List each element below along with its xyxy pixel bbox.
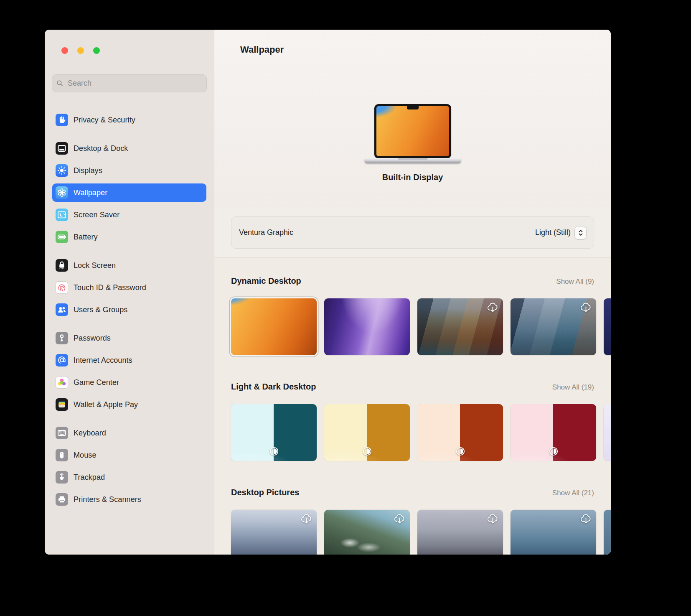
wallpaper-pane: Wallpaper Built-in Display Ventura Graph… <box>214 30 611 555</box>
sidebar-divider <box>45 106 214 106</box>
battery-icon <box>56 231 68 243</box>
wallpaper-thumb-big-sur-coast[interactable] <box>324 510 410 555</box>
light-dark-icon <box>363 447 372 456</box>
header-area: Wallpaper Built-in Display <box>214 30 611 207</box>
wallpaper-thumb-ventura-graphic[interactable] <box>231 298 317 355</box>
printer-icon <box>56 493 68 506</box>
sidebar-item-label: Internet Accounts <box>74 356 132 365</box>
section-desktop-pictures: Desktop PicturesShow All (21) <box>231 488 594 555</box>
chevron-up-down-icon <box>578 229 583 237</box>
sidebar-item-desktop-dock[interactable]: Desktop & Dock <box>52 139 206 158</box>
sidebar-item-internet-accounts[interactable]: Internet Accounts <box>52 351 206 369</box>
download-cloud-icon <box>300 513 313 526</box>
section-title: Light & Dark Desktop <box>231 382 316 392</box>
wallpaper-thumb-lavender-partial[interactable] <box>604 404 611 461</box>
mouse-icon <box>56 449 68 461</box>
section-light-dark-desktop: Light & Dark DesktopShow All (19) <box>231 382 594 461</box>
sidebar-groups: Privacy & SecurityDesktop & DockDisplays… <box>52 111 206 519</box>
sidebar-group: KeyboardMouseTrackpadPrinters & Scanners <box>52 424 206 509</box>
zoom-button[interactable] <box>93 47 100 54</box>
sidebar-item-label: Trackpad <box>74 473 105 482</box>
show-all-link[interactable]: Show All (9) <box>556 277 594 286</box>
sidebar-item-trackpad[interactable]: Trackpad <box>52 468 206 486</box>
light-dark-icon <box>456 447 465 456</box>
sidebar-item-label: Lock Screen <box>74 261 116 270</box>
wallpaper-thumb-catalina[interactable] <box>511 298 596 355</box>
key-icon <box>56 332 68 344</box>
sidebar-item-passwords[interactable]: Passwords <box>52 329 206 347</box>
sidebar-item-wallpaper[interactable]: Wallpaper <box>52 183 206 202</box>
sidebar-item-printers-scanners[interactable]: Printers & Scanners <box>52 490 206 509</box>
wallpaper-thumb-teal[interactable] <box>231 404 317 461</box>
sidebar-group: PasswordsInternet AccountsGame CenterWal… <box>52 329 206 414</box>
wallpaper-thumb-yellow[interactable] <box>324 404 410 461</box>
section-title: Dynamic Desktop <box>231 276 301 286</box>
section-title: Desktop Pictures <box>231 488 299 497</box>
search-input[interactable] <box>67 79 202 88</box>
sidebar-item-label: Desktop & Dock <box>74 144 128 153</box>
sidebar-item-users-groups[interactable]: Users & Groups <box>52 300 206 319</box>
sidebar-item-keyboard[interactable]: Keyboard <box>52 424 206 442</box>
show-all-link[interactable]: Show All (21) <box>552 489 594 497</box>
current-wallpaper-strip: Ventura Graphic Light (Still) <box>214 207 611 257</box>
sidebar-item-lock-screen[interactable]: Lock Screen <box>52 256 206 275</box>
wallpaper-thumb-pink[interactable] <box>511 404 596 461</box>
sidebar-item-label: Passwords <box>74 334 111 343</box>
download-cloud-icon <box>486 513 499 526</box>
sidebar-item-label: Displays <box>74 166 102 175</box>
page-title: Wallpaper <box>240 44 284 55</box>
macbook-base <box>364 158 461 163</box>
moon-stars-icon <box>56 209 68 221</box>
mode-stepper-button[interactable] <box>575 227 586 239</box>
sidebar-item-label: Privacy & Security <box>74 116 135 125</box>
sidebar-item-label: Screen Saver <box>74 211 119 219</box>
wallet-cards-icon <box>56 398 68 411</box>
sidebar-item-privacy-security[interactable]: Privacy & Security <box>52 111 206 129</box>
sidebar-item-touch-id-password[interactable]: Touch ID & Password <box>52 278 206 297</box>
hand-icon <box>56 114 68 126</box>
sidebar-item-mouse[interactable]: Mouse <box>52 446 206 464</box>
sidebar-group: Desktop & DockDisplaysWallpaperScreen Sa… <box>52 139 206 246</box>
padlock-icon <box>56 259 68 272</box>
wallpaper-thumb-big-sur[interactable] <box>417 298 503 355</box>
current-wallpaper-name: Ventura Graphic <box>239 228 293 237</box>
macbook-screen <box>374 104 451 158</box>
sidebar-group: Lock ScreenTouch ID & PasswordUsers & Gr… <box>52 256 206 319</box>
game-bubbles-icon <box>56 376 68 389</box>
sidebar-item-battery[interactable]: Battery <box>52 228 206 246</box>
window-controls <box>61 47 100 54</box>
sidebar-item-wallet-apple-pay[interactable]: Wallet & Apple Pay <box>52 395 206 414</box>
dock-icon <box>56 142 68 155</box>
macbook-notch <box>407 106 419 109</box>
wallpaper-thumb-monterey-graphic[interactable] <box>324 298 410 355</box>
at-icon <box>56 354 68 367</box>
thumbnail-row <box>231 404 611 461</box>
sidebar-item-label: Mouse <box>74 451 97 460</box>
close-button[interactable] <box>61 47 68 54</box>
trackpad-icon <box>56 471 68 484</box>
sidebar-item-game-center[interactable]: Game Center <box>52 373 206 392</box>
download-cloud-icon <box>486 302 499 315</box>
download-cloud-icon <box>579 513 592 526</box>
sidebar-item-label: Game Center <box>74 378 119 387</box>
builtin-display-preview: Built-in Display <box>214 104 611 182</box>
sidebar-item-label: Users & Groups <box>74 305 127 314</box>
wallpaper-thumb-misty-mountains[interactable] <box>231 510 317 555</box>
thumbnail-row <box>231 298 611 355</box>
wallpaper-thumb-rocky-sea[interactable] <box>417 510 503 555</box>
sidebar-item-displays[interactable]: Displays <box>52 161 206 180</box>
wallpaper-thumb-coast-partial[interactable] <box>604 510 611 555</box>
wallpaper-thumb-coastal-rocks[interactable] <box>511 510 596 555</box>
show-all-link[interactable]: Show All (19) <box>552 383 594 392</box>
wallpaper-thumb-orange[interactable] <box>417 404 503 461</box>
search-field[interactable] <box>52 74 207 92</box>
macbook-wallpaper-preview <box>376 106 449 156</box>
minimize-button[interactable] <box>77 47 84 54</box>
wallpaper-thumb-dynamic-partial[interactable] <box>604 298 611 355</box>
sidebar-item-label: Keyboard <box>74 429 106 438</box>
sidebar-item-screen-saver[interactable]: Screen Saver <box>52 206 206 224</box>
system-settings-window: Privacy & SecurityDesktop & DockDisplays… <box>45 30 611 555</box>
download-cloud-icon <box>579 302 592 315</box>
display-label: Built-in Display <box>382 173 443 182</box>
sidebar-item-label: Wallet & Apple Pay <box>74 400 138 409</box>
